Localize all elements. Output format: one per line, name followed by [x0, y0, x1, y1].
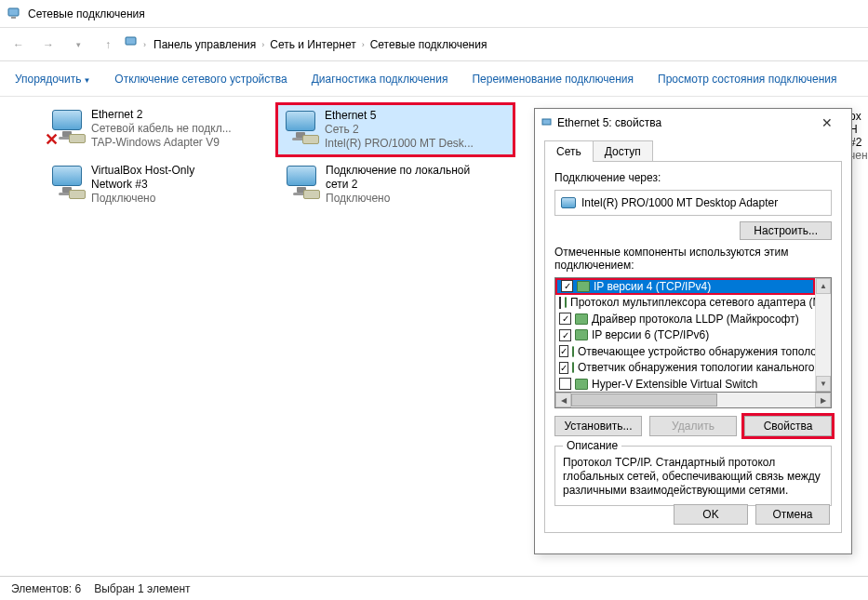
connect-via-label: Подключение через: — [554, 171, 832, 184]
tab-network[interactable]: Сеть — [544, 140, 594, 162]
svg-rect-0 — [8, 8, 19, 16]
connection-name: VirtualBox Host-Only Network #3 — [91, 164, 221, 192]
network-adapter-icon — [283, 164, 320, 201]
connection-item-selected[interactable]: Ethernet 5 Сеть 2 Intel(R) PRO/1000 MT D… — [275, 102, 515, 157]
close-button[interactable]: ✕ — [808, 115, 846, 130]
window-titlebar: Сетевые подключения — [0, 0, 868, 28]
component-label: Hyper-V Extensible Virtual Switch — [592, 378, 758, 391]
command-bar: Упорядочить▼ Отключение сетевого устройс… — [0, 61, 868, 97]
back-button[interactable]: ← — [6, 33, 32, 57]
ok-button[interactable]: OK — [674, 504, 748, 525]
network-adapter-icon — [282, 109, 319, 146]
protocol-icon — [572, 346, 574, 357]
rename-link[interactable]: Переименование подключения — [472, 73, 634, 86]
component-checkbox[interactable]: ✓ — [559, 329, 571, 341]
component-checkbox[interactable]: ✓ — [559, 362, 568, 374]
component-label: Ответчик обнаружения топологии канальног… — [578, 361, 815, 374]
status-element-count: Элементов: 6 — [11, 582, 81, 595]
connection-status: Подключено — [326, 192, 474, 206]
cancel-button[interactable]: Отмена — [755, 504, 830, 525]
component-item[interactable]: ✓IP версии 6 (TCP/IPv6) — [555, 327, 815, 344]
ethernet-icon — [541, 115, 554, 131]
component-item[interactable]: ✓IP версии 4 (TCP/IPv4) — [555, 278, 815, 295]
description-legend: Описание — [563, 439, 621, 452]
connection-device: TAP-Windows Adapter V9 — [91, 136, 232, 150]
component-label: IP версии 6 (TCP/IPv6) — [592, 328, 709, 341]
component-item[interactable]: Hyper-V Extensible Virtual Switch — [555, 376, 815, 392]
error-x-icon: ✕ — [45, 134, 59, 145]
component-checkbox[interactable]: ✓ — [561, 280, 573, 292]
connection-item[interactable]: Подключение по локальной сети 2 Подключе… — [279, 160, 508, 209]
crumb-control-panel[interactable]: Панель управления — [152, 38, 258, 51]
component-item[interactable]: ✓Отвечающее устройство обнаружения топол… — [555, 343, 815, 360]
component-item[interactable]: ✓Драйвер протокола LLDP (Майкрософт) — [555, 311, 815, 327]
install-button[interactable]: Установить... — [554, 416, 642, 436]
location-icon — [125, 35, 140, 53]
connection-name: Ethernet 5 — [325, 109, 474, 123]
components-listbox[interactable]: ✓IP версии 4 (TCP/IPv4)Протокол мультипл… — [554, 277, 832, 393]
component-checkbox[interactable] — [559, 297, 561, 309]
connection-item[interactable]: VirtualBox Host-Only Network #3 Подключе… — [45, 160, 274, 209]
protocol-icon — [575, 313, 588, 325]
tab-panel-network: Подключение через: Intel(R) PRO/1000 MT … — [544, 161, 842, 533]
protocol-icon — [572, 362, 574, 373]
scroll-thumb[interactable] — [571, 393, 717, 407]
network-adapter-icon: ✕ — [48, 108, 86, 145]
protocol-icon — [575, 379, 588, 390]
connection-device: Intel(R) PRO/1000 MT Desk... — [325, 137, 474, 151]
component-label: IP версии 4 (TCP/IPv4) — [594, 280, 711, 293]
occluded-connection-fragment: ox H #2 чен — [849, 108, 868, 141]
connection-status: Подключено — [91, 192, 221, 206]
up-button[interactable]: ↑ — [95, 33, 121, 57]
component-label: Отвечающее устройство обнаружения тополо… — [578, 345, 815, 358]
scroll-left-button[interactable]: ◀ — [555, 393, 571, 407]
component-checkbox[interactable] — [559, 378, 571, 390]
breadcrumb-separator: › — [261, 40, 264, 49]
tab-strip: Сеть Доступ — [544, 140, 842, 162]
component-checkbox[interactable]: ✓ — [559, 313, 571, 325]
horizontal-scrollbar[interactable]: ◀ ▶ — [554, 393, 832, 408]
protocol-icon — [577, 281, 590, 292]
svg-rect-1 — [11, 17, 16, 19]
breadcrumb-separator: › — [143, 40, 146, 49]
tab-access[interactable]: Доступ — [594, 140, 653, 162]
window-title: Сетевые подключения — [28, 7, 145, 20]
dialog-title: Ethernet 5: свойства — [557, 116, 808, 129]
properties-button[interactable]: Свойства — [744, 416, 832, 436]
component-item[interactable]: Протокол мультиплексора сетевого адаптер… — [555, 295, 815, 312]
components-label: Отмеченные компоненты используются этим … — [554, 246, 832, 272]
connection-status: Сетевой кабель не подкл... — [91, 122, 232, 136]
svg-rect-2 — [126, 37, 136, 45]
history-dropdown[interactable]: ▾ — [65, 33, 91, 57]
crumb-network-internet[interactable]: Сеть и Интернет — [268, 38, 357, 51]
view-status-link[interactable]: Просмотр состояния подключения — [658, 73, 836, 86]
adapter-display: Intel(R) PRO/1000 MT Desktop Adapter — [554, 190, 832, 216]
properties-dialog: Ethernet 5: свойства ✕ Сеть Доступ Подкл… — [534, 108, 852, 554]
scroll-up-button[interactable]: ▲ — [816, 278, 831, 294]
component-checkbox[interactable]: ✓ — [559, 345, 568, 357]
scroll-right-button[interactable]: ▶ — [815, 393, 831, 407]
disable-device-link[interactable]: Отключение сетевого устройства — [114, 73, 287, 86]
connection-status: Сеть 2 — [325, 123, 474, 137]
adapter-name: Intel(R) PRO/1000 MT Desktop Adapter — [581, 196, 778, 209]
forward-button[interactable]: → — [35, 33, 61, 57]
description-group: Описание Протокол TCP/IP. Стандартный пр… — [554, 446, 832, 506]
configure-button[interactable]: Настроить... — [740, 221, 832, 240]
dialog-titlebar[interactable]: Ethernet 5: свойства ✕ — [535, 109, 851, 137]
protocol-icon — [565, 297, 567, 308]
connection-name: Ethernet 2 — [91, 108, 232, 122]
breadcrumb[interactable]: Панель управления › Сеть и Интернет › Се… — [152, 38, 488, 51]
component-item[interactable]: ✓Ответчик обнаружения топологии канально… — [555, 360, 815, 377]
status-bar: Элементов: 6 Выбран 1 элемент — [0, 576, 868, 600]
network-adapter-icon — [48, 164, 86, 201]
organize-menu[interactable]: Упорядочить▼ — [15, 73, 90, 86]
adapter-icon — [561, 197, 576, 208]
component-label: Протокол мультиплексора сетевого адаптер… — [570, 296, 815, 309]
vertical-scrollbar[interactable]: ▲ ▼ — [815, 278, 831, 392]
connection-name: Подключение по локальной сети 2 — [326, 164, 474, 192]
crumb-network-connections[interactable]: Сетевые подключения — [368, 38, 489, 51]
description-text: Протокол TCP/IP. Стандартный протокол гл… — [563, 456, 823, 498]
connection-item[interactable]: ✕ Ethernet 2 Сетевой кабель не подкл... … — [45, 104, 274, 153]
scroll-down-button[interactable]: ▼ — [816, 376, 831, 392]
diagnose-link[interactable]: Диагностика подключения — [312, 73, 448, 86]
